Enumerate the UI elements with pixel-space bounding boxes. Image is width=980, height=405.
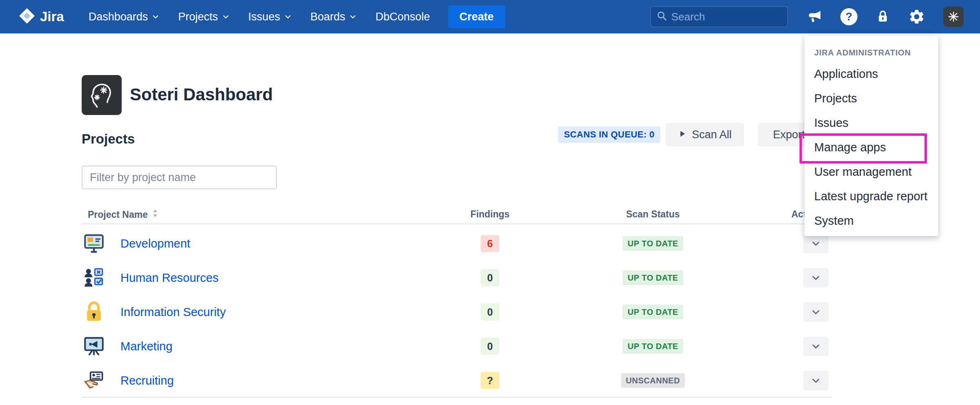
scan-all-label: Scan All [692,128,732,141]
project-link-marketing[interactable]: Marketing [120,329,172,363]
play-icon [678,128,687,141]
recruiting-project-icon [82,368,106,393]
project-name-header-label: Project Name [88,209,148,220]
development-project-icon [82,231,106,256]
nav-issues-label: Issues [248,11,280,23]
row-actions-button[interactable] [803,234,829,253]
export-label: Export [773,128,805,141]
menu-item-user-management[interactable]: User management [804,159,938,184]
project-link-recruiting[interactable]: Recruiting [120,363,174,398]
soteri-logo [82,75,122,115]
chevron-down-icon [284,11,292,23]
brand-label: Jira [40,9,64,24]
findings-badge: 6 [481,235,499,252]
menu-item-projects[interactable]: Projects [804,86,938,111]
row-actions-button[interactable] [803,302,829,322]
scan-all-button[interactable]: Scan All [666,123,744,146]
help-icon[interactable]: ? [840,8,858,25]
table-header-divider [82,224,831,224]
chevron-down-icon [349,11,356,23]
findings-badge: 0 [481,269,499,286]
nav-dashboards-label: Dashboards [89,11,148,23]
search-input[interactable] [671,11,782,23]
nav-projects-label: Projects [178,11,218,23]
scan-status-badge: UP TO DATE [623,339,683,354]
jira-administration-menu: JIRA ADMINISTRATION Applications Project… [804,35,938,236]
admin-menu-heading: JIRA ADMINISTRATION [804,35,938,62]
scan-status-badge: UP TO DATE [623,236,683,251]
row-actions-button[interactable] [803,336,829,356]
table-row: Information Security 0 UP TO DATE [82,295,831,329]
jira-window: Jira Dashboards Projects Issues Boards D… [0,0,980,405]
gear-icon[interactable] [908,8,925,25]
nav-dbconsole[interactable]: DbConsole [375,11,430,23]
column-header-findings: Findings [470,209,510,220]
nav-projects[interactable]: Projects [178,11,229,23]
table-bottom-divider [82,397,831,398]
scan-status-badge: UP TO DATE [623,270,683,285]
menu-item-manage-apps[interactable]: Manage apps [804,135,938,159]
global-search[interactable] [650,6,788,27]
nav-issues[interactable]: Issues [248,11,292,23]
navbar-icon-group: ? [807,7,964,27]
jira-logo-icon [19,8,35,26]
menu-item-issues[interactable]: Issues [804,111,938,135]
findings-badge: 0 [481,338,499,355]
table-row: Marketing 0 UP TO DATE [82,329,831,363]
nav-dbconsole-label: DbConsole [375,11,430,23]
jira-brand[interactable]: Jira [19,8,64,26]
project-link-information-security[interactable]: Information Security [120,295,226,329]
lock-icon[interactable] [875,9,890,24]
information-security-project-icon [82,300,106,324]
menu-item-applications[interactable]: Applications [804,62,938,86]
help-glyph: ? [846,11,853,23]
chevron-down-icon [152,11,159,23]
top-navbar: Jira Dashboards Projects Issues Boards D… [0,0,980,33]
table-row: Development 6 UP TO DATE [82,226,831,261]
nav-boards[interactable]: Boards [310,11,357,23]
nav-dashboards[interactable]: Dashboards [89,11,160,23]
marketing-project-icon [82,334,106,359]
nav-boards-label: Boards [310,11,345,23]
scans-in-queue-badge: SCANS IN QUEUE: 0 [558,126,660,143]
project-link-human-resources[interactable]: Human Resources [120,261,218,295]
user-avatar[interactable] [943,7,964,27]
table-row: Recruiting ? UNSCANNED [82,363,831,398]
page-title: Soteri Dashboard [130,85,273,104]
menu-item-latest-upgrade-report[interactable]: Latest upgrade report [804,184,938,208]
column-header-project-name[interactable]: Project Name [88,209,158,220]
column-header-scan-status: Scan Status [626,209,680,220]
announcement-icon[interactable] [807,9,822,24]
chevron-down-icon [222,11,229,23]
project-link-development[interactable]: Development [120,226,190,261]
scan-status-badge: UNSCANNED [621,373,685,388]
project-filter-input[interactable] [82,166,277,189]
scan-status-badge: UP TO DATE [623,305,683,319]
table-row: Human Resources 0 UP TO DATE [82,261,831,295]
findings-badge: ? [481,372,499,389]
row-actions-button[interactable] [803,268,829,288]
sort-icon[interactable] [152,209,158,220]
projects-heading: Projects [82,131,135,147]
create-button[interactable]: Create [448,5,505,28]
findings-badge: 0 [481,303,499,321]
menu-item-system[interactable]: System [804,208,938,233]
search-icon [657,11,667,23]
row-actions-button[interactable] [803,371,829,390]
human-resources-project-icon [82,266,106,290]
primary-nav: Dashboards Projects Issues Boards DbCons… [89,11,430,23]
